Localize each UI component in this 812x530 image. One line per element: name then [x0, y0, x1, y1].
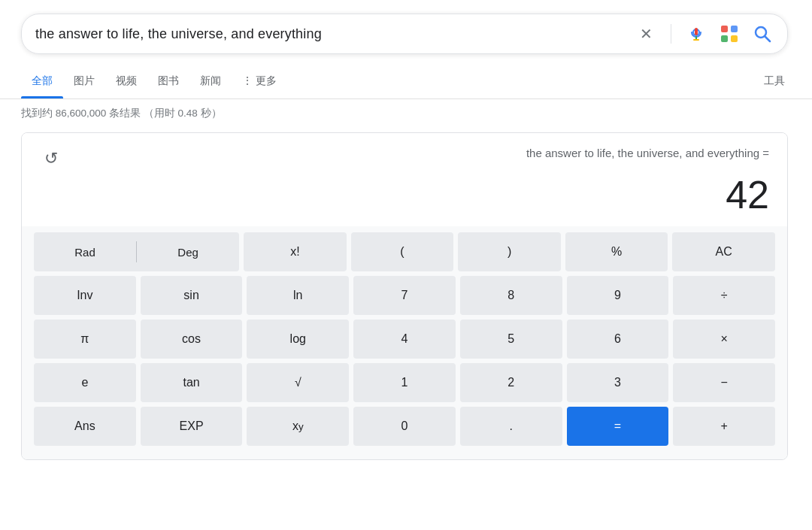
power-button[interactable]: xy: [247, 407, 349, 446]
clear-button[interactable]: ✕: [635, 23, 657, 45]
search-button[interactable]: [751, 23, 774, 45]
four-button[interactable]: 4: [353, 320, 456, 359]
rad-label: Rad: [34, 232, 136, 271]
tab-all[interactable]: 全部: [21, 63, 63, 98]
svg-rect-7: [731, 35, 738, 42]
vertical-divider: [671, 24, 671, 44]
divide-button[interactable]: ÷: [673, 276, 775, 315]
tab-news[interactable]: 新闻: [189, 63, 232, 98]
nine-button[interactable]: 9: [567, 276, 669, 315]
svg-rect-6: [721, 35, 728, 42]
sqrt-button[interactable]: √: [247, 363, 349, 402]
ans-button[interactable]: Ans: [34, 407, 136, 446]
calc-expression: the answer to life, the universe, and ev…: [62, 147, 769, 159]
search-icon: [753, 25, 771, 43]
open-paren-button[interactable]: (: [351, 232, 454, 271]
calculator-card: ↺ the answer to life, the universe, and …: [21, 132, 788, 460]
exp-button[interactable]: EXP: [141, 407, 243, 446]
tab-images[interactable]: 图片: [63, 63, 105, 98]
search-bar: the answer to life, the universe, and ev…: [21, 14, 788, 54]
percent-button[interactable]: %: [565, 232, 668, 271]
history-button[interactable]: ↺: [40, 147, 62, 169]
ac-button[interactable]: AC: [672, 232, 775, 271]
sin-button[interactable]: sin: [141, 276, 243, 315]
svg-rect-4: [721, 26, 728, 32]
tan-button[interactable]: tan: [141, 363, 243, 402]
voice-search-button[interactable]: [685, 23, 707, 45]
calc-row-4: e tan √ 1 2 3 −: [34, 363, 775, 402]
eight-button[interactable]: 8: [460, 276, 562, 315]
inv-button[interactable]: Inv: [34, 276, 136, 315]
seven-button[interactable]: 7: [353, 276, 456, 315]
rad-deg-toggle[interactable]: Rad Deg: [34, 232, 239, 271]
tabs-left: 全部 图片 视频 图书 新闻 ⋮ 更多: [21, 63, 287, 98]
add-button[interactable]: +: [673, 407, 775, 446]
tab-videos[interactable]: 视频: [105, 63, 147, 98]
calculator-buttons: Rad Deg x! ( ) % AC Inv sin ln 7 8 9 ÷ π…: [22, 226, 787, 459]
calc-row-5: Ans EXP xy 0 . = +: [34, 407, 775, 446]
subtract-button[interactable]: −: [673, 363, 775, 402]
search-icons: ✕: [635, 23, 774, 45]
deg-label: Deg: [137, 232, 239, 271]
svg-rect-5: [731, 26, 738, 32]
close-paren-button[interactable]: ): [458, 232, 561, 271]
two-button[interactable]: 2: [460, 363, 562, 402]
tab-more[interactable]: ⋮ 更多: [232, 63, 287, 98]
history-icon: ↺: [44, 149, 58, 168]
log-button[interactable]: log: [247, 320, 349, 359]
factorial-button[interactable]: x!: [244, 232, 347, 271]
ln-button[interactable]: ln: [247, 276, 349, 315]
zero-button[interactable]: 0: [353, 407, 456, 446]
mic-icon: [687, 25, 705, 43]
close-icon: ✕: [640, 25, 653, 43]
three-button[interactable]: 3: [567, 363, 669, 402]
calculator-display: ↺ the answer to life, the universe, and …: [22, 133, 787, 226]
pi-button[interactable]: π: [34, 320, 136, 359]
equals-button[interactable]: =: [567, 407, 669, 446]
display-top: ↺ the answer to life, the universe, and …: [40, 147, 769, 169]
tools-button[interactable]: 工具: [758, 74, 791, 88]
lens-button[interactable]: [718, 23, 741, 45]
cos-button[interactable]: cos: [141, 320, 243, 359]
euler-button[interactable]: e: [34, 363, 136, 402]
search-bar-container: the answer to life, the universe, and ev…: [0, 0, 812, 63]
calc-row-3: π cos log 4 5 6 ×: [34, 320, 775, 359]
search-query-text: the answer to life, the universe, and ev…: [35, 26, 635, 42]
calc-row-1: Rad Deg x! ( ) % AC: [34, 232, 775, 271]
one-button[interactable]: 1: [353, 363, 456, 402]
tab-books[interactable]: 图书: [147, 63, 189, 98]
svg-line-9: [765, 37, 771, 42]
six-button[interactable]: 6: [567, 320, 669, 359]
tabs-bar: 全部 图片 视频 图书 新闻 ⋮ 更多 工具: [0, 63, 812, 99]
five-button[interactable]: 5: [460, 320, 562, 359]
decimal-button[interactable]: .: [460, 407, 562, 446]
calc-row-2: Inv sin ln 7 8 9 ÷: [34, 276, 775, 315]
result-info: 找到约 86,600,000 条结果 （用时 0.48 秒）: [0, 99, 812, 126]
multiply-button[interactable]: ×: [673, 320, 775, 359]
lens-icon: [720, 24, 739, 44]
svg-rect-1: [695, 28, 698, 35]
calc-result: 42: [40, 172, 769, 217]
